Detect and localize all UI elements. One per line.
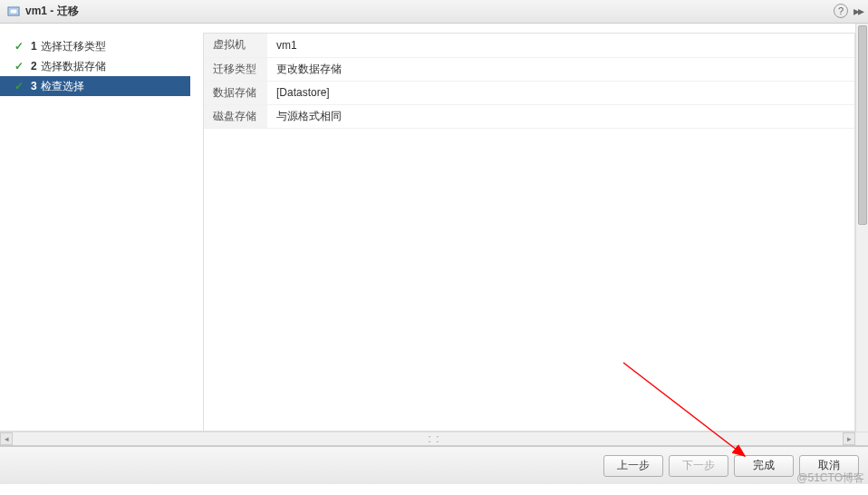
- check-icon: ✓: [13, 40, 25, 53]
- step-num: 1: [31, 40, 37, 53]
- horizontal-scrollbar[interactable]: ◂ : : ▸: [0, 432, 868, 446]
- summary-label: 数据存储: [204, 81, 267, 104]
- step-3-review[interactable]: ✓ 3 检查选择: [0, 76, 190, 96]
- collapse-icon[interactable]: ▸▸: [854, 4, 863, 18]
- table-row: 磁盘存储 与源格式相同: [204, 104, 854, 128]
- scrollbar-thumb[interactable]: [858, 25, 867, 225]
- wizard-footer: 上一步 下一步 完成 取消: [0, 446, 868, 484]
- content-panel: 虚拟机 vm1 迁移类型 更改数据存储 数据存储 [Datastore] 磁盘存…: [190, 24, 868, 431]
- next-button: 下一步: [669, 455, 728, 477]
- main-area: ✓ 1 选择迁移类型 ✓ 2 选择数据存储 ✓ 3 检查选择 虚拟机 vm1 迁…: [0, 24, 868, 432]
- summary-table: 虚拟机 vm1 迁移类型 更改数据存储 数据存储 [Datastore] 磁盘存…: [204, 34, 854, 129]
- step-label: 选择迁移类型: [41, 39, 106, 54]
- step-num: 3: [31, 80, 37, 92]
- summary-value: 更改数据存储: [267, 57, 854, 81]
- step-label: 选择数据存储: [41, 59, 106, 74]
- step-2-datastore[interactable]: ✓ 2 选择数据存储: [0, 56, 190, 76]
- check-icon: ✓: [13, 80, 25, 92]
- cancel-button[interactable]: 取消: [799, 455, 859, 477]
- summary-value: [Datastore]: [267, 81, 854, 104]
- summary-label: 磁盘存储: [204, 104, 267, 128]
- window-title: vm1 - 迁移: [25, 4, 79, 19]
- summary-label: 迁移类型: [204, 57, 267, 81]
- wizard-sidebar: ✓ 1 选择迁移类型 ✓ 2 选择数据存储 ✓ 3 检查选择: [0, 24, 190, 431]
- help-icon[interactable]: ?: [834, 4, 848, 18]
- summary-value: 与源格式相同: [267, 104, 854, 128]
- finish-button[interactable]: 完成: [734, 455, 794, 477]
- table-row: 迁移类型 更改数据存储: [204, 57, 854, 81]
- step-1-migration-type[interactable]: ✓ 1 选择迁移类型: [0, 36, 190, 56]
- scroll-left-icon[interactable]: ◂: [0, 432, 13, 445]
- resize-grip-icon[interactable]: : :: [428, 432, 439, 445]
- step-label: 检查选择: [41, 79, 84, 94]
- table-row: 虚拟机 vm1: [204, 34, 854, 57]
- vertical-scrollbar[interactable]: [855, 24, 868, 432]
- summary-label: 虚拟机: [204, 34, 267, 57]
- titlebar: vm1 - 迁移 ? ▸▸: [0, 0, 868, 24]
- check-icon: ✓: [13, 60, 25, 73]
- summary-value: vm1: [267, 34, 854, 57]
- prev-button[interactable]: 上一步: [603, 455, 663, 477]
- svg-rect-1: [10, 9, 17, 14]
- vm-icon: [7, 5, 20, 18]
- scroll-right-icon[interactable]: ▸: [843, 432, 855, 445]
- step-num: 2: [31, 60, 37, 73]
- table-row: 数据存储 [Datastore]: [204, 81, 854, 104]
